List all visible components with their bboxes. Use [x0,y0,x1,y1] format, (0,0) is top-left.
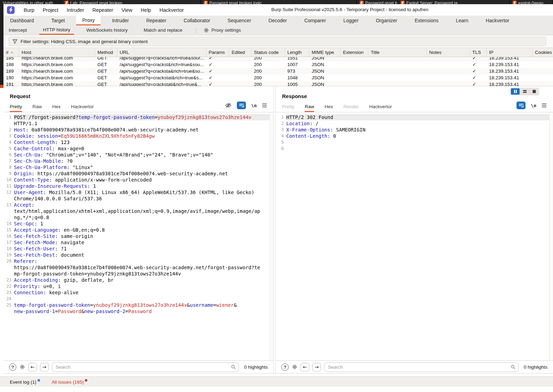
tab-hex[interactable]: Hex [52,104,61,112]
tab-http-history[interactable]: HTTP history [39,25,74,35]
menu-item-intruder[interactable]: Intruder [67,7,84,13]
tab-repeater[interactable]: Repeater [140,16,172,25]
tab-proxy[interactable]: Proxy [76,16,101,25]
column-header-mime-type[interactable]: MIME type [309,48,340,57]
tab-hackvertor[interactable]: Hackvertor [480,16,515,25]
response-search-input[interactable] [328,365,511,370]
search-previous-button[interactable]: ← [28,363,37,371]
tab-target[interactable]: Target [46,16,71,25]
tab-hex[interactable]: Hex [324,104,333,112]
menu-item-project[interactable]: Project [43,7,58,13]
search-settings-gear-icon[interactable] [292,364,297,370]
tab-sequencer[interactable]: Sequencer [222,16,257,25]
line-number: 11 [3,183,14,189]
browser-tab[interactable]: exploit-0aeau [510,0,553,4]
tab-pretty[interactable]: Pretty [282,104,294,112]
column-header-label: URL [120,50,129,55]
show-newlines-toggle[interactable]: \n [531,103,536,108]
column-header-label: Extension [343,50,363,55]
browser-tab[interactable]: Lab: Password reset broken [62,0,201,4]
column-header-edited[interactable]: Edited [229,48,251,57]
column-header-status-code[interactable]: Status code [251,48,285,57]
table-row[interactable]: 191https://search.brave.comGET/api/sugge… [3,81,553,86]
editor-menu-icon[interactable] [262,103,267,107]
hide-response-icon[interactable] [225,103,232,108]
column-header-url[interactable]: URL [117,48,206,57]
tab-match-and-replace[interactable]: Match and replace [140,25,186,35]
editor-menu-icon[interactable] [542,103,547,107]
tab-organizer[interactable]: Organizer [370,16,403,25]
table-row[interactable]: 190https://search.brave.comGET/api/sugge… [3,74,553,81]
response-editor-scrollbar[interactable] [549,112,553,360]
editor-line: 16Sec-Fetch-Site: same-origin [3,233,273,239]
layout-rows-button[interactable] [520,88,529,95]
browser-tab-label: Exploit Server: Password re [406,1,458,4]
editor-line-text: Chrome/140.0.0.0 Safari/537.36 [14,195,273,202]
table-cell: JSON [309,81,340,86]
column-header-length[interactable]: Length [285,48,309,57]
tab-extensions[interactable]: Extensions [409,16,444,25]
filter-settings-bar[interactable]: Filter settings: Hiding CSS, image and g… [9,37,546,46]
table-row[interactable]: 188https://search.brave.comGET/api/sugge… [3,61,553,68]
table-cell [532,81,553,86]
menu-item-burp[interactable]: Burp [24,7,34,13]
menu-item-view[interactable]: View [121,7,132,13]
all-issues-link[interactable]: All issues (165) [52,379,87,385]
tab-dashboard[interactable]: Dashboard [4,16,40,25]
column-header-extension[interactable]: Extension [340,48,368,57]
event-log-link[interactable]: Event log (1) [10,379,40,385]
column-header-method[interactable]: Method [95,48,117,57]
tab-websockets-history[interactable]: WebSockets history [82,25,131,35]
editor-line-text: Sec-Fetch-Site: same-origin [14,233,273,239]
table-row[interactable]: 189https://search.brave.comGET/api/sugge… [3,68,553,74]
search-next-button[interactable]: → [40,363,49,371]
tab-render[interactable]: Render [343,104,359,112]
help-icon[interactable]: ? [9,363,16,371]
browser-tab[interactable]: Exploit Server: Password re [398,0,510,4]
tab-collaborator[interactable]: Collaborator [178,16,216,25]
column-header-title[interactable]: Title [368,48,427,57]
request-search-input[interactable] [56,365,231,370]
column-header-cookies[interactable]: Cookies [532,48,553,57]
request-editor-scrollbar[interactable] [270,112,273,360]
search-next-button[interactable]: → [312,363,321,371]
tab-hackvertor[interactable]: Hackvertor [71,104,94,112]
editor-line: 17Sec-Fetch-Mode: navigate [3,239,273,246]
search-previous-button[interactable]: ← [300,363,309,371]
tab-raw[interactable]: Raw [32,104,42,112]
tab-pretty[interactable]: Pretty [10,104,22,112]
column-header-params[interactable]: Params [206,48,229,57]
tab-learn[interactable]: Learn [450,16,474,25]
column-header-tls[interactable]: TLS [470,48,487,57]
tab-intercept[interactable]: Intercept [5,25,31,35]
menu-item-hackvertor[interactable]: Hackvertor [159,7,184,13]
show-newlines-toggle[interactable]: \n [251,103,257,108]
search-settings-gear-icon[interactable] [19,364,25,370]
column-header-#[interactable]: # [3,48,19,57]
tab-comparer[interactable]: Comparer [298,16,332,25]
request-panel-title: Request [3,86,273,99]
column-header-ip[interactable]: IP [487,48,532,57]
menu-item-repeater[interactable]: Repeater [93,7,113,13]
word-wrap-toggle-button[interactable] [237,102,246,109]
tab-proxy-settings[interactable]: Proxy settings [203,25,241,35]
column-header-host[interactable]: Host [19,48,95,57]
tab-hackvertor[interactable]: Hackvertor [369,104,392,112]
editor-line-text: Content-Length: 0 [286,133,553,139]
browser-tab[interactable]: Password reset broken logic [201,0,357,4]
layout-single-button[interactable] [530,88,538,95]
browser-tab[interactable]: Password reset broken l× [357,0,398,4]
tab-decoder[interactable]: Decoder [263,16,293,25]
column-header-notes[interactable]: Notes [427,48,470,57]
menu-item-help[interactable]: Help [141,7,151,13]
tab-logger[interactable]: Logger [337,16,364,25]
layout-columns-button[interactable] [511,88,520,95]
browser-tab[interactable]: Vulnerabilities in other auth [0,0,62,4]
request-editor[interactable]: 1POST /forgot-password?temp-forgot-passw… [3,112,273,360]
table-row[interactable]: 185https://search.brave.comGET/api/sugge… [3,57,553,61]
response-editor[interactable]: 1HTTP/2 302 Found2Location: /3X-Frame-Op… [276,112,553,360]
help-icon[interactable]: ? [281,363,289,371]
word-wrap-toggle-button[interactable] [516,102,526,109]
tab-raw[interactable]: Raw [305,104,314,112]
tab-intruder[interactable]: Intruder [106,16,135,25]
